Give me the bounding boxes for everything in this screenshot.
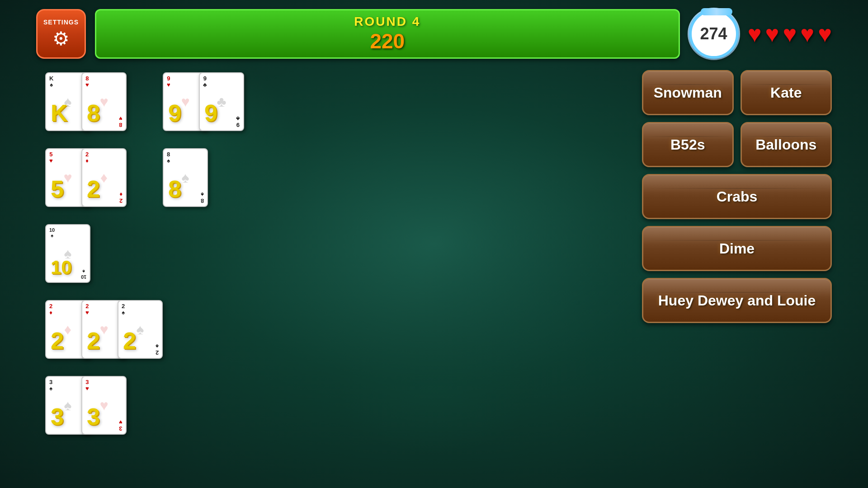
card-9-club[interactable]: 9♣ 9♣ ♣ 9 [199, 72, 244, 131]
card-value: 5 [51, 175, 64, 202]
card-suit-bg: ♥ [64, 169, 72, 186]
card-suit-bg: ♥ [100, 397, 108, 414]
round-title: ROUND 4 [354, 14, 420, 29]
btn-huey-dewey-louie-label: Huey Dewey and Louie [658, 292, 816, 309]
card-10-spade[interactable]: 10♠ 10♠ ♠ 10 [45, 224, 90, 283]
card-corner-bottom: 2♠ [156, 343, 159, 356]
card-value: 2 [123, 327, 136, 354]
heart-1: ♥ [748, 20, 762, 47]
card-value: 2 [87, 175, 100, 202]
card-3-heart[interactable]: 3♥ 3♥ ♥ 3 [81, 376, 127, 435]
card-value: 2 [87, 327, 100, 354]
btn-snowman[interactable]: Snowman [642, 70, 734, 115]
heart-2: ♥ [765, 20, 779, 47]
card-suit-bg: ♥ [100, 321, 108, 338]
card-value: 3 [87, 403, 100, 430]
card-suit-bg: ♥ [100, 94, 108, 110]
card-corner-top: 2♦ [49, 303, 52, 316]
card-value: 10 [51, 257, 72, 278]
timer-number: 274 [700, 24, 727, 43]
cards-area: K♠ K♠ ♠ K 8♥ 8♥ ♥ 8 9♥ 9♥ ♥ 9 9♣ 9♣ [45, 72, 362, 443]
card-value: 8 [87, 99, 100, 127]
card-suit-bg: ♣ [217, 94, 226, 110]
timer-circle: 274 [689, 9, 739, 59]
card-row-k8: K♠ K♠ ♠ K 8♥ 8♥ ♥ 8 [45, 72, 127, 131]
card-corner-top: 8♠ [167, 151, 170, 164]
round-score: 220 [370, 29, 405, 53]
card-group-row3: 10♠ 10♠ ♠ 10 [45, 224, 362, 291]
btn-crabs[interactable]: Crabs [642, 174, 832, 219]
heart-3: ♥ [783, 20, 797, 47]
card-corner-top: 2♠ [122, 303, 125, 316]
card-value: 3 [51, 403, 64, 430]
card-group-row5: 3♠ 3♠ ♠ 3 3♥ 3♥ ♥ 3 [45, 376, 362, 443]
header: SETTINGS ⚙ ROUND 4 220 274 ♥ ♥ ♥ ♥ ♥ [36, 9, 832, 59]
card-corner-top: 2♥ [85, 303, 89, 316]
card-group-row1: K♠ K♠ ♠ K 8♥ 8♥ ♥ 8 9♥ 9♥ ♥ 9 9♣ 9♣ [45, 72, 362, 139]
card-group-row4: 2♦ 2♦ ♦ 2 2♥ 2♥ ♥ 2 2♠ 2♠ ♠ 2 [45, 300, 362, 367]
card-suit-bg: ♠ [64, 397, 72, 414]
card-2-diamond[interactable]: 2♦ 2♦ ♦ 2 [81, 148, 127, 207]
btn-b52s[interactable]: B52s [642, 122, 734, 167]
card-corner-bottom: 10♠ [81, 269, 86, 280]
card-value: 8 [168, 175, 181, 202]
card-corner-bottom: 3♥ [119, 418, 123, 432]
card-corner-top: 10♠ [49, 227, 55, 238]
card-corner-bottom: 2♦ [119, 191, 123, 204]
btn-b52s-label: B52s [670, 136, 705, 153]
card-row-33: 3♠ 3♠ ♠ 3 3♥ 3♥ ♥ 3 [45, 376, 127, 435]
gear-icon: ⚙ [52, 28, 70, 50]
card-value: 2 [51, 327, 64, 354]
settings-button[interactable]: SETTINGS ⚙ [36, 9, 86, 59]
btn-dime-label: Dime [719, 240, 755, 257]
card-suit-bg: ♦ [100, 169, 108, 186]
card-corner-bottom: 8♠ [201, 191, 204, 204]
card-8-spade[interactable]: 8♠ 8♠ ♠ 8 [163, 148, 208, 207]
card-8-heart[interactable]: 8♥ 8♥ ♥ 8 [81, 72, 127, 131]
btn-huey-dewey-louie[interactable]: Huey Dewey and Louie [642, 278, 832, 323]
card-corner-bottom: 8♥ [119, 115, 123, 128]
name-buttons-panel: Snowman Kate B52s Balloons Crabs Dime Hu… [642, 70, 832, 323]
card-corner-top: 3♥ [85, 379, 89, 392]
round-bar: ROUND 4 220 [95, 9, 680, 59]
card-suit-bg: ♦ [64, 321, 71, 338]
card-corner-top: 5♥ [49, 151, 53, 164]
card-corner-top: 2♦ [85, 151, 89, 164]
btn-snowman-label: Snowman [654, 84, 722, 101]
card-corner-top: 3♠ [49, 379, 52, 392]
card-row-99: 9♥ 9♥ ♥ 9 9♣ 9♣ ♣ 9 [163, 72, 244, 131]
card-2-spade-2[interactable]: 2♠ 2♠ ♠ 2 [118, 300, 163, 359]
settings-label: SETTINGS [43, 19, 79, 26]
card-corner-top: 9♣ [203, 75, 207, 89]
btn-kate-label: Kate [770, 84, 802, 101]
card-corner-top: K♠ [49, 75, 53, 89]
heart-4: ♥ [800, 20, 814, 47]
card-value: 9 [168, 99, 181, 127]
btn-kate[interactable]: Kate [741, 70, 832, 115]
card-row-222: 2♦ 2♦ ♦ 2 2♥ 2♥ ♥ 2 2♠ 2♠ ♠ 2 [45, 300, 163, 359]
card-value: K [51, 99, 68, 127]
card-suit-bg: ♠ [137, 321, 144, 338]
btn-balloons-label: Balloons [755, 136, 816, 153]
card-row-10: 10♠ 10♠ ♠ 10 [45, 224, 90, 283]
btn-crabs-label: Crabs [717, 188, 758, 205]
card-row-8: 8♠ 8♠ ♠ 8 [163, 148, 208, 207]
card-row-52: 5♥ 5♥ ♥ 5 2♦ 2♦ ♦ 2 [45, 148, 127, 207]
hearts-container: ♥ ♥ ♥ ♥ ♥ [748, 20, 832, 47]
card-group-row2: 5♥ 5♥ ♥ 5 2♦ 2♦ ♦ 2 8♠ 8♠ ♠ 8 [45, 148, 362, 215]
card-suit-bg: ♠ [182, 169, 189, 186]
heart-5: ♥ [818, 20, 832, 47]
card-suit-bg: ♥ [181, 94, 190, 110]
card-corner-top: 9♥ [167, 75, 170, 89]
card-corner-bottom: 9♣ [236, 115, 240, 128]
btn-dime[interactable]: Dime [642, 226, 832, 271]
card-value: 9 [204, 99, 217, 127]
card-corner-top: 8♥ [85, 75, 89, 89]
btn-balloons[interactable]: Balloons [741, 122, 832, 167]
